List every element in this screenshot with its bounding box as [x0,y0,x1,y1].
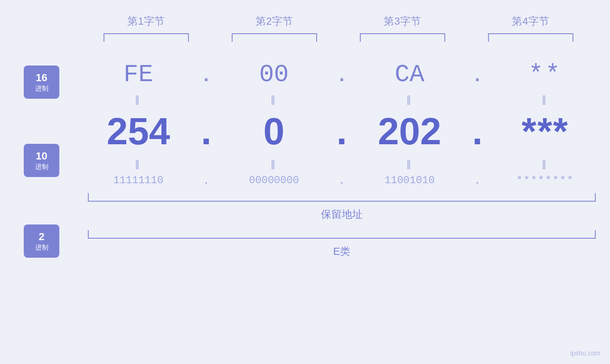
bin-sep-3: . [463,174,492,187]
base16-label: 16 进制 [24,65,59,99]
dec-sep-2: . [328,110,356,153]
col-header-2: 第2字节 [227,14,322,28]
col-header-4: 第4字节 [483,14,578,28]
binary-row: 11111110 . 00000000 . 11001010 . *******… [88,174,596,187]
bin-cell-1: 11111110 [91,175,186,187]
dec-cell-2: 0 [226,110,321,153]
hex-sep-1: . [192,64,220,85]
bottom-bracket-2: E类 [88,230,596,259]
watermark: ipshu.com [570,349,601,357]
hex-sep-2: . [328,64,356,85]
bottom-label-1: 保留地址 [88,207,596,222]
col-header-1: 第1字节 [99,14,194,28]
dec-sep-3: . [463,110,492,153]
bracket-1 [103,33,189,42]
bottom-label-2: E类 [88,244,596,259]
dec-cell-4: *** [497,110,592,153]
bin-cell-4: ******** [497,175,592,187]
dec-cell-1: 254 [91,110,186,153]
bottom-bracket-1: 保留地址 [88,193,596,222]
equal-row-2: ‖ ‖ ‖ ‖ [88,158,596,169]
hex-cell-3: CA [362,61,457,89]
hex-row: FE . 00 . CA . ** [88,61,596,89]
bin-sep-2: . [328,174,356,187]
hex-cell-4: ** [497,61,592,89]
bracket-4 [488,33,573,42]
hex-cell-1: FE [91,61,186,89]
base2-label: 2 进制 [24,224,59,258]
main-container: 第1字节 第2字节 第3字节 第4字节 16 进制 10 进制 2 进制 [0,0,610,364]
decimal-row: 254 . 0 . 202 . *** [88,110,596,153]
bin-cell-2: 00000000 [226,175,321,187]
hex-cell-2: 00 [226,61,321,89]
top-brackets [82,33,595,42]
bracket-2 [232,33,317,42]
bin-cell-3: 11001010 [362,175,457,187]
dec-cell-3: 202 [362,110,457,153]
base-labels: 16 进制 10 进制 2 进制 [0,56,59,259]
column-headers: 第1字节 第2字节 第3字节 第4字节 [82,14,595,28]
dec-sep-1: . [192,110,220,153]
hex-sep-3: . [463,64,492,85]
col-header-3: 第3字节 [355,14,450,28]
bin-sep-1: . [192,174,220,187]
bracket-3 [360,33,445,42]
equal-row-1: ‖ ‖ ‖ ‖ [88,93,596,105]
base10-label: 10 进制 [24,144,59,177]
